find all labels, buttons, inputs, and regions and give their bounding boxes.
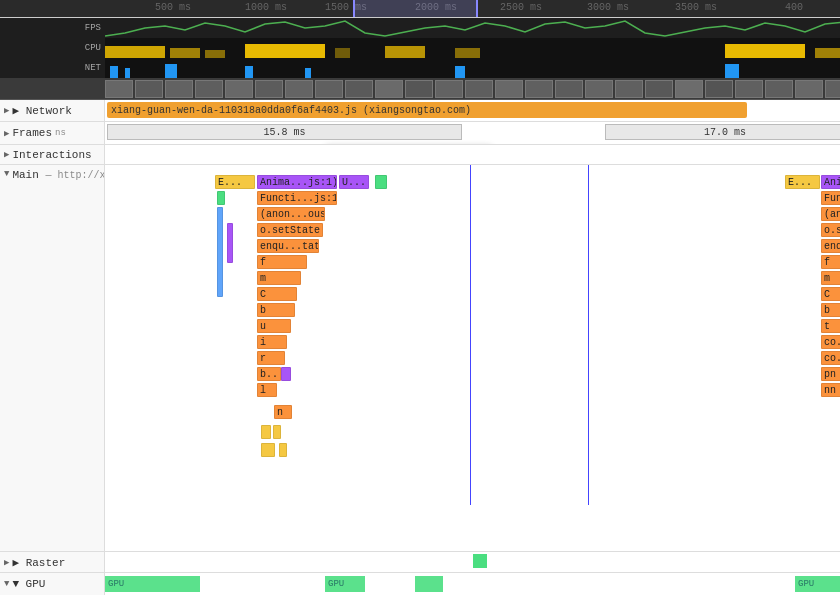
flame-block-enqu1: enqu...tate <box>257 239 319 253</box>
fps-chart <box>105 18 840 38</box>
svg-rect-3 <box>205 50 225 58</box>
raster-label-text: ▶ Raster <box>12 556 65 569</box>
vline-1 <box>470 165 471 505</box>
network-content: xiang-guan-wen-da-110318a0dda0f6af4403.j… <box>105 100 840 121</box>
flame-block-c1: C <box>257 287 297 301</box>
frame2-time: 17.0 ms <box>704 127 746 138</box>
thumb-19 <box>645 80 673 98</box>
cpu-label: CPU <box>0 43 105 53</box>
thumb-12 <box>435 80 463 98</box>
flame-block-b2: b <box>821 303 840 317</box>
timeline-ruler: 500 ms 1000 ms 1500 ms 2000 ms 2500 ms 3… <box>0 0 840 18</box>
network-label[interactable]: ▶ ▶ Network <box>0 100 105 121</box>
svg-rect-12 <box>125 68 130 78</box>
svg-rect-14 <box>245 66 253 78</box>
gpu-block-2: GPU <box>325 576 365 592</box>
main-triangle: ▼ <box>4 169 9 179</box>
thumb-22 <box>735 80 763 98</box>
flame-block-cok1: co...k <box>821 335 840 349</box>
interactions-label-text: Interactions <box>12 149 91 161</box>
flame-block-seset: o.se...ate <box>821 223 840 237</box>
thumb-21 <box>705 80 733 98</box>
interactions-content <box>105 145 840 164</box>
raster-block <box>473 554 487 568</box>
network-row: ▶ ▶ Network xiang-guan-wen-da-110318a0dd… <box>0 100 840 122</box>
thumb-11 <box>405 80 433 98</box>
svg-rect-9 <box>815 48 840 58</box>
flame-block-c2: C <box>821 287 840 301</box>
flame-block-colvl3 <box>227 223 233 263</box>
thumb-10 <box>375 80 403 98</box>
tick-3500: 3500 ms <box>675 2 717 13</box>
flame-block-pn1: pn <box>821 367 840 381</box>
flame-block-r1: r <box>257 351 285 365</box>
flame-block-anon1: (anon...ous) <box>257 207 325 221</box>
flame-block-t1: t <box>821 319 840 333</box>
frames-label[interactable]: ▶ Frames ns <box>0 122 105 144</box>
main-url: — http://xiangsongtao.com/ <box>45 170 105 181</box>
flame-block-e2: E... <box>785 175 820 189</box>
svg-rect-2 <box>170 48 200 58</box>
network-bar: xiang-guan-wen-da-110318a0dda0f6af4403.j… <box>107 102 747 118</box>
thumb-13 <box>465 80 493 98</box>
main-row: ▼ Main — http://xiangsongtao.com/ E...An… <box>0 165 840 551</box>
gpu-label-text: ▼ GPU <box>12 578 45 590</box>
thumb-5 <box>225 80 253 98</box>
flame-block-u1: U... <box>339 175 369 189</box>
screenshot-strip <box>0 78 840 100</box>
svg-rect-8 <box>725 44 805 58</box>
svg-rect-7 <box>455 48 480 58</box>
flame-block-setstate1: o.setState <box>257 223 323 237</box>
svg-rect-13 <box>165 64 177 78</box>
flame-block-m1: m <box>257 271 301 285</box>
thumb-4 <box>195 80 223 98</box>
gpu-label[interactable]: ▼ ▼ GPU <box>0 573 105 595</box>
thumb-8 <box>315 80 343 98</box>
frames-label-text: Frames <box>12 127 52 139</box>
svg-rect-11 <box>110 66 118 78</box>
network-bar-text: xiang-guan-wen-da-110318a0dda0f6af4403.j… <box>111 105 471 116</box>
flame-block-sq2 <box>261 425 271 439</box>
svg-rect-5 <box>335 48 350 58</box>
frame-block-1: 15.8 ms <box>107 124 462 140</box>
interactions-label[interactable]: ▶ Interactions <box>0 145 105 164</box>
thumb-20 <box>675 80 703 98</box>
raster-label[interactable]: ▶ ▶ Raster <box>0 552 105 572</box>
svg-rect-6 <box>385 46 425 58</box>
tick-2500: 2500 ms <box>500 2 542 13</box>
gpu-triangle: ▼ <box>4 579 9 589</box>
raster-row: ▶ ▶ Raster <box>0 552 840 573</box>
gpu-block-4: GPU <box>795 576 840 592</box>
flame-block-nn1: nn <box>821 383 840 397</box>
flame-block-anon2: (ano...us) <box>821 207 840 221</box>
thumb-18 <box>615 80 643 98</box>
fps-label: FPS <box>0 23 105 33</box>
thumb-14 <box>495 80 523 98</box>
gpu-content: GPU GPU GPU <box>105 573 840 595</box>
thumb-6 <box>255 80 283 98</box>
main-label-text: Main — http://xiangsongtao.com/ <box>12 169 105 181</box>
svg-rect-17 <box>725 64 739 78</box>
flame-block-n1: n <box>274 405 292 419</box>
flame-block-l1b <box>281 367 291 381</box>
raster-triangle: ▶ <box>4 557 9 568</box>
main-label[interactable]: ▼ Main — http://xiangsongtao.com/ <box>0 165 105 551</box>
frames-row: ▶ Frames ns 15.8 ms 17.0 ms 15.8 ms ~ 63… <box>0 122 840 145</box>
net-chart <box>105 58 840 78</box>
flame-block-enq2: enq...ate <box>821 239 840 253</box>
interactions-triangle: ▶ <box>4 149 9 160</box>
frames-ns: ns <box>55 128 66 138</box>
frame-block-2: 17.0 ms <box>605 124 840 140</box>
gpu-row: ▼ ▼ GPU GPU GPU GPU <box>0 573 840 595</box>
frames-content: 15.8 ms 17.0 ms 15.8 ms ~ 63 fps Frame <box>105 122 840 144</box>
flame-block-i1: i <box>257 335 287 349</box>
thumb-23 <box>765 80 793 98</box>
interactions-row: ▶ Interactions <box>0 145 840 165</box>
flame-block-b1: b <box>257 303 295 317</box>
tick-400: 400 <box>785 2 803 13</box>
flame-block-colvl1 <box>217 191 225 205</box>
thumb-3 <box>165 80 193 98</box>
svg-rect-16 <box>455 66 465 78</box>
flame-block-f1: f <box>257 255 307 269</box>
tick-1000: 1000 ms <box>245 2 287 13</box>
